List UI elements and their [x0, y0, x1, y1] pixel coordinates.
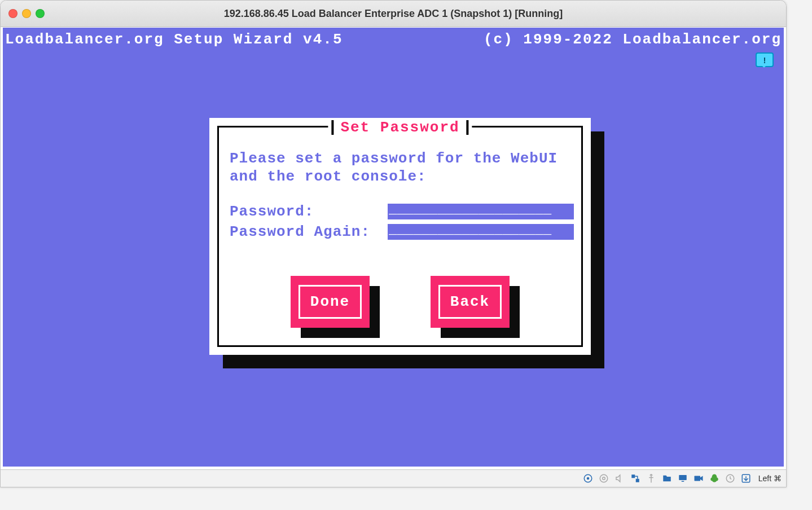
- host-key-label: Left ⌘: [758, 474, 782, 483]
- dialog-title: Set Password: [328, 119, 472, 136]
- back-button-label: Back: [438, 285, 502, 319]
- password-again-row: Password Again: ____________________: [230, 223, 570, 241]
- svg-rect-4: [631, 474, 635, 478]
- notification-bubble-icon[interactable]: !: [756, 52, 774, 67]
- minimize-window-button[interactable]: [22, 9, 31, 18]
- close-window-button[interactable]: [8, 9, 17, 18]
- password-again-underscores: ____________________: [389, 221, 573, 239]
- password-underscores: ____________________: [389, 201, 573, 219]
- audio-icon[interactable]: [613, 472, 626, 485]
- zoom-window-button[interactable]: [36, 9, 45, 18]
- svg-rect-8: [694, 476, 700, 481]
- hard-disk-icon[interactable]: [581, 472, 595, 485]
- password-again-input[interactable]: ____________________: [388, 224, 574, 240]
- svg-point-1: [587, 478, 589, 480]
- dialog-button-row: Done Back: [209, 276, 591, 328]
- window-title: 192.168.86.45 Load Balancer Enterprise A…: [1, 8, 786, 20]
- set-password-dialog: Set Password Please set a password for t…: [209, 118, 591, 355]
- network-icon[interactable]: [629, 472, 642, 485]
- vm-statusbar: Left ⌘: [1, 469, 786, 487]
- usb-icon[interactable]: [644, 472, 658, 485]
- back-button[interactable]: Back: [431, 276, 510, 328]
- host-key-icon[interactable]: [739, 472, 753, 485]
- vm-window: 192.168.86.45 Load Balancer Enterprise A…: [0, 0, 787, 487]
- processor-icon[interactable]: [708, 472, 721, 485]
- optical-drive-icon[interactable]: [597, 472, 611, 485]
- wizard-copyright: (c) 1999-2022 Loadbalancer.org: [484, 31, 782, 48]
- svg-rect-7: [682, 481, 684, 482]
- password-again-label: Password Again:: [230, 223, 388, 241]
- dialog-body: Please set a password for the WebUI and …: [230, 150, 570, 241]
- password-input[interactable]: ____________________: [388, 204, 574, 219]
- svg-point-3: [603, 477, 605, 480]
- dialog-message-line1: Please set a password for the WebUI: [230, 150, 570, 168]
- done-button[interactable]: Done: [291, 276, 370, 328]
- recording-icon[interactable]: [692, 472, 705, 485]
- dialog-panel: Set Password Please set a password for t…: [209, 118, 591, 355]
- svg-rect-6: [679, 475, 687, 480]
- console-header: Loadbalancer.org Setup Wizard v4.5 (c) 1…: [3, 28, 784, 48]
- wizard-title: Loadbalancer.org Setup Wizard v4.5: [5, 31, 343, 48]
- notification-glyph: !: [763, 56, 766, 64]
- svg-point-2: [600, 474, 608, 482]
- shared-folders-icon[interactable]: [660, 472, 674, 485]
- back-button-wrap: Back: [431, 276, 510, 328]
- dialog-message-line2: and the root console:: [230, 168, 570, 186]
- svg-rect-5: [636, 479, 639, 482]
- mac-titlebar: 192.168.86.45 Load Balancer Enterprise A…: [1, 1, 786, 27]
- mouse-integration-icon[interactable]: [723, 472, 737, 485]
- password-label: Password:: [230, 203, 388, 221]
- console-screen: Loadbalancer.org Setup Wizard v4.5 (c) 1…: [3, 28, 784, 467]
- display-icon[interactable]: [676, 472, 690, 485]
- done-button-wrap: Done: [291, 276, 370, 328]
- password-row: Password: ____________________: [230, 203, 570, 221]
- done-button-label: Done: [299, 285, 362, 319]
